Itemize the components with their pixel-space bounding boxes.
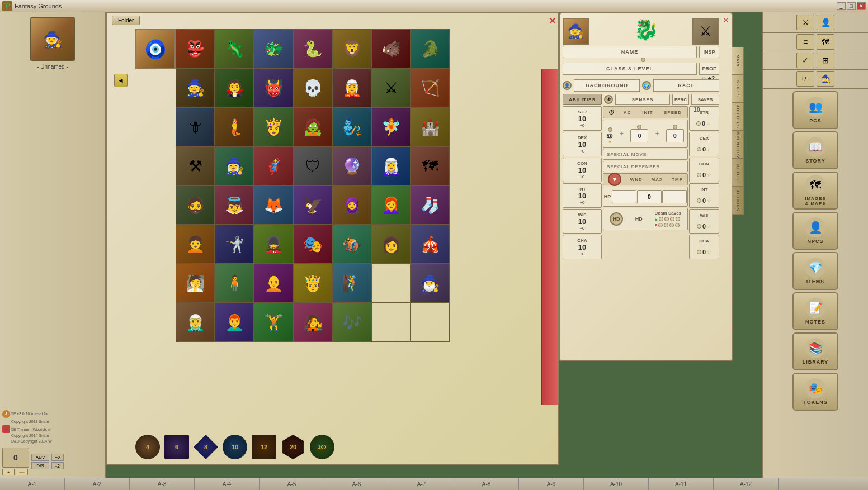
int-block[interactable]: INT 10 +0 — [563, 183, 602, 208]
token-r5c5[interactable]: 🧕 — [332, 185, 371, 225]
d20-die[interactable]: 20 — [281, 435, 305, 459]
token-r4c6[interactable]: 🧝‍♀️ — [371, 146, 411, 185]
token-r4c7[interactable]: 🗺 — [411, 146, 450, 185]
plusminus-button[interactable]: +/− — [796, 71, 814, 87]
special-defenses-field[interactable]: SPECIAL DEFENSES — [603, 161, 688, 172]
token-r5c4[interactable]: 🦅 — [293, 185, 332, 225]
token-r5c7[interactable]: 🧦 — [411, 185, 450, 225]
token-r4c2[interactable]: 🧙‍♀️ — [215, 146, 254, 185]
dex-block[interactable]: DEX 10 +0 — [563, 132, 602, 156]
token-r6c2[interactable]: 🤺 — [215, 225, 254, 264]
token-r4c1[interactable]: ⚒ — [176, 146, 215, 185]
token-r1c1[interactable]: 👺 — [176, 29, 215, 68]
token-r2c6[interactable]: ⚔ — [371, 68, 411, 107]
hp-max-val[interactable]: 0 — [637, 190, 662, 203]
d4-die[interactable]: 4 — [135, 435, 160, 459]
token-r3c2[interactable]: 🧜 — [215, 107, 254, 146]
list-button[interactable]: ≡ — [796, 34, 814, 50]
token-r2c4[interactable]: 💀 — [293, 68, 332, 107]
folder-button[interactable]: Folder — [112, 16, 140, 25]
d12-die[interactable]: 12 — [252, 435, 276, 459]
notes-button[interactable]: 📝 Notes — [792, 292, 838, 330]
name-field[interactable]: NAME — [563, 46, 697, 58]
tab-skills[interactable]: Skills — [732, 75, 744, 103]
token-r3c4[interactable]: 🧟 — [293, 107, 332, 146]
hp-tmp-field[interactable] — [662, 190, 687, 203]
tab-notes[interactable]: Notes — [732, 159, 744, 187]
check-button[interactable]: ✓ — [796, 53, 814, 68]
token-r2c2[interactable]: 🧛 — [215, 68, 254, 107]
tab-inventory[interactable]: Inventory — [732, 131, 744, 159]
token-r8c1[interactable]: 🧝‍♂️ — [176, 303, 215, 342]
token-r6c5[interactable]: 🏇 — [332, 225, 371, 264]
token-r3c1[interactable]: 🗡 — [176, 107, 215, 146]
d100-die[interactable]: 100 — [310, 435, 334, 459]
advantage-button[interactable]: ADV — [31, 454, 49, 461]
token-r1c7[interactable]: 🐊 — [411, 29, 450, 68]
token-r7c5[interactable]: 🧗 — [332, 264, 371, 303]
grid-button[interactable]: ⊞ — [817, 53, 834, 68]
str-block[interactable]: STR 10 +0 — [563, 106, 602, 131]
sheet-close-button[interactable]: ✕ — [723, 16, 729, 25]
close-button[interactable]: ✕ — [857, 2, 866, 10]
speed-val[interactable]: 0 — [666, 129, 684, 142]
token-r6c4[interactable]: 🎭 — [293, 225, 332, 264]
tab-abilities[interactable]: Abilities — [732, 103, 744, 131]
token-r8c4[interactable]: 🧑‍🎤 — [293, 303, 332, 342]
map-button[interactable]: 🗺 — [817, 34, 834, 50]
mod-minus-button[interactable]: -2 — [51, 462, 64, 469]
library-button[interactable]: 📚 LIBrary — [792, 332, 838, 370]
token-r1c5[interactable]: 🦁 — [332, 29, 371, 68]
token-r2c5[interactable]: 🧝 — [332, 68, 371, 107]
tokens-button[interactable]: 🎭 Tokens — [792, 373, 838, 411]
minimize-button[interactable]: _ — [837, 2, 846, 10]
token-r7c4[interactable]: 🤴 — [293, 264, 332, 303]
init-val[interactable]: 0 — [630, 129, 648, 142]
sheet-portrait-right[interactable]: ⚔ — [692, 18, 719, 45]
add-dice-button[interactable]: + — [2, 469, 15, 475]
token-r4c3[interactable]: 🦸 — [254, 146, 293, 185]
d8-die[interactable]: 8 — [194, 435, 218, 459]
token-r7c3[interactable]: 🧑‍🦲 — [254, 264, 293, 303]
d10-die[interactable]: 10 — [223, 435, 247, 459]
tab-actions[interactable]: Actions — [732, 187, 744, 215]
disadvantage-button[interactable]: DIS — [31, 462, 49, 469]
token-r7c1[interactable]: 🧖 — [176, 264, 215, 303]
insp-field[interactable]: INSP — [699, 46, 719, 58]
story-button[interactable]: 📖 Story — [792, 131, 838, 169]
token-r5c1[interactable]: 🧔 — [176, 185, 215, 225]
token-r3c5[interactable]: 🧞 — [332, 107, 371, 146]
person2-button[interactable]: 🧙 — [817, 71, 834, 87]
class-field[interactable]: CLASS & LEVEL — [563, 63, 697, 75]
mod-plus-button[interactable]: +2 — [51, 454, 64, 461]
token-r5c3[interactable]: 🦊 — [254, 185, 293, 225]
token-r7c2[interactable]: 🧍 — [215, 264, 254, 303]
items-button[interactable]: 💎 Items — [792, 252, 838, 290]
token-r6c1[interactable]: 🧑‍🦱 — [176, 225, 215, 264]
token-r7c7[interactable]: 🧙‍♂️ — [411, 264, 450, 303]
token-r6c6[interactable]: 👩 — [371, 225, 411, 264]
wis-block[interactable]: WIS 10 +0 — [563, 209, 602, 234]
grid-close-button[interactable]: ✕ — [549, 16, 556, 26]
d6-die[interactable]: 6 — [164, 435, 189, 459]
race-field[interactable]: RACE — [653, 79, 719, 92]
background-field[interactable]: BACKGROUND — [574, 79, 640, 92]
token-r2c3[interactable]: 👹 — [254, 68, 293, 107]
ac-val[interactable]: 10 — [607, 134, 613, 139]
token-r3c3[interactable]: 👸 — [254, 107, 293, 146]
character-portrait[interactable]: 🧙 — [30, 17, 75, 61]
images-maps-button[interactable]: 🗺 Images& Maps — [792, 172, 838, 210]
token-r1c3[interactable]: 🐲 — [254, 29, 293, 68]
con-block[interactable]: CON 10 +0 — [563, 158, 602, 182]
token-r6c3[interactable]: 💂 — [254, 225, 293, 264]
npcs-button[interactable]: 👤 NPCs — [792, 212, 838, 250]
token-r1c6[interactable]: 🐗 — [371, 29, 411, 68]
token-r8c5[interactable]: 🎶 — [332, 303, 371, 342]
token-r5c6[interactable]: 👩‍🦰 — [371, 185, 411, 225]
token-r2c7[interactable]: 🏹 — [411, 68, 450, 107]
token-r1c4[interactable]: 🐍 — [293, 29, 332, 68]
sheet-portrait-left[interactable]: 🧙 — [563, 18, 589, 45]
token-r4c5[interactable]: 🔮 — [332, 146, 371, 185]
tab-main[interactable]: Main — [732, 47, 744, 75]
maximize-button[interactable]: □ — [847, 2, 856, 10]
